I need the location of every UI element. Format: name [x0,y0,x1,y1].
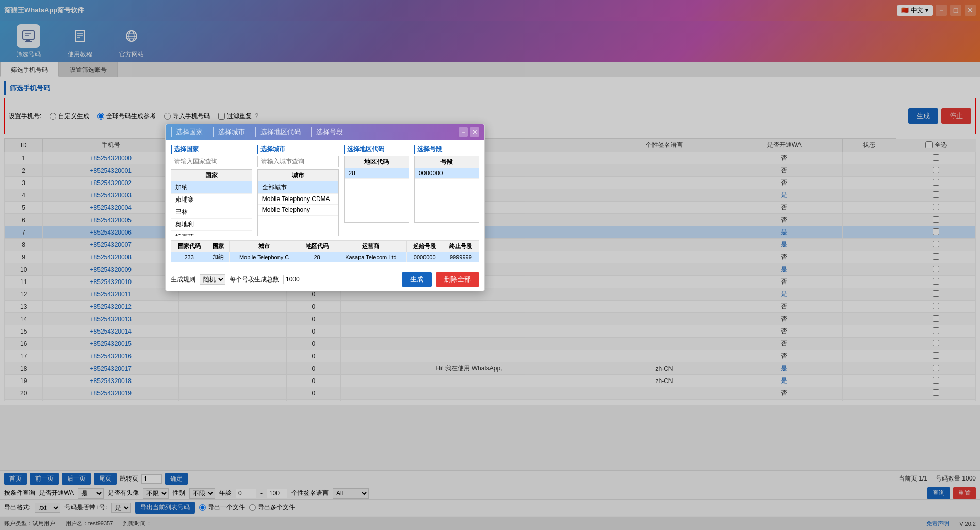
modal-close-buttons: － ✕ [459,127,479,137]
generate-rule-label: 生成规则 [171,275,195,284]
result-col-country-code: 国家代码 [171,241,207,252]
modal-tab-country[interactable]: 选择国家 [171,127,203,137]
region-code-header: 地区代码 [345,156,409,168]
range-list[interactable]: 号段 0000000 [414,156,479,223]
generate-rule-select[interactable]: 随机 顺序 [200,274,225,285]
region-code-28[interactable]: 28 [345,168,409,179]
modal-tab-city[interactable]: 选择城市 [213,127,245,137]
country-list-header: 国家 [171,170,252,181]
country-item-cambodia[interactable]: 柬埔寨 [171,194,252,206]
modal-tab-range[interactable]: 选择号段 [311,127,343,137]
modal: 选择国家 选择城市 选择地区代码 选择号段 － ✕ 选择国家 国家 加纳 [165,124,485,291]
result-col-city: 城市 [230,241,299,252]
city-col-label: 选择城市 [257,145,339,154]
city-search-input[interactable] [257,156,339,167]
modal-result-row[interactable]: 233加纳Mobile Telephony C28Kasapa Telecom … [171,252,479,262]
city-mobile[interactable]: Mobile Telephony [258,205,338,216]
modal-tabs: 选择国家 选择城市 选择地区代码 选择号段 [171,127,343,137]
region-code-list[interactable]: 地区代码 28 [344,156,409,223]
country-item-ghana[interactable]: 加纳 [171,181,252,194]
country-item-austria[interactable]: 奥地利 [171,219,252,231]
modal-footer-right: 生成 删除全部 [402,272,479,287]
range-col: 选择号段 号段 0000000 [414,145,479,236]
modal-footer: 生成规则 随机 顺序 每个号段生成总数 生成 删除全部 [166,268,484,291]
modal-close-btn[interactable]: ✕ [470,127,479,137]
modal-tab-region-code[interactable]: 选择地区代码 [255,127,301,137]
country-search-input[interactable] [171,156,252,167]
modal-overlay: 选择国家 选择城市 选择地区代码 选择号段 － ✕ 选择国家 国家 加纳 [0,0,980,530]
city-cdma[interactable]: Mobile Telephony CDMA [258,194,338,205]
country-list[interactable]: 国家 加纳 柬埔寨 巴林 奥地利 托克劳 土耳其 [171,169,252,236]
modal-body: 选择国家 国家 加纳 柬埔寨 巴林 奥地利 托克劳 土耳其 选择城市 [166,140,484,268]
region-code-col: 选择地区代码 地区代码 28 [344,145,409,236]
modal-delete-btn[interactable]: 删除全部 [436,272,479,287]
region-code-col-label: 选择地区代码 [344,145,409,154]
country-col: 选择国家 国家 加纳 柬埔寨 巴林 奥地利 托克劳 土耳其 [171,145,252,236]
modal-minimize-btn[interactable]: － [459,127,468,137]
city-list-header: 城市 [258,170,338,181]
city-all[interactable]: 全部城市 [258,181,338,194]
result-col-end: 终止号段 [443,241,479,252]
city-col: 选择城市 城市 全部城市 Mobile Telephony CDMA Mobil… [257,145,339,236]
result-col-country: 国家 [207,241,230,252]
modal-footer-left: 生成规则 随机 顺序 每个号段生成总数 [171,274,314,285]
country-col-label: 选择国家 [171,145,252,154]
per-segment-input[interactable] [283,275,314,284]
result-col-carrier: 运营商 [335,241,406,252]
modal-result-table: 国家代码 国家 城市 地区代码 运营商 起始号段 终止号段 233加纳Mobil… [171,240,479,262]
modal-header: 选择国家 选择城市 选择地区代码 选择号段 － ✕ [166,124,484,140]
city-list[interactable]: 城市 全部城市 Mobile Telephony CDMA Mobile Tel… [257,169,339,236]
per-segment-label: 每个号段生成总数 [230,275,279,284]
modal-result-section: 国家代码 国家 城市 地区代码 运营商 起始号段 终止号段 233加纳Mobil… [171,240,479,262]
range-col-label: 选择号段 [414,145,479,154]
result-col-region-code: 地区代码 [299,241,335,252]
modal-top-row: 选择国家 国家 加纳 柬埔寨 巴林 奥地利 托克劳 土耳其 选择城市 [171,145,479,236]
result-col-start: 起始号段 [406,241,443,252]
country-item-tokelau[interactable]: 托克劳 [171,231,252,236]
country-item-bahrain[interactable]: 巴林 [171,206,252,219]
range-value[interactable]: 0000000 [415,168,479,179]
modal-generate-btn[interactable]: 生成 [402,272,432,287]
range-header: 号段 [415,156,479,168]
